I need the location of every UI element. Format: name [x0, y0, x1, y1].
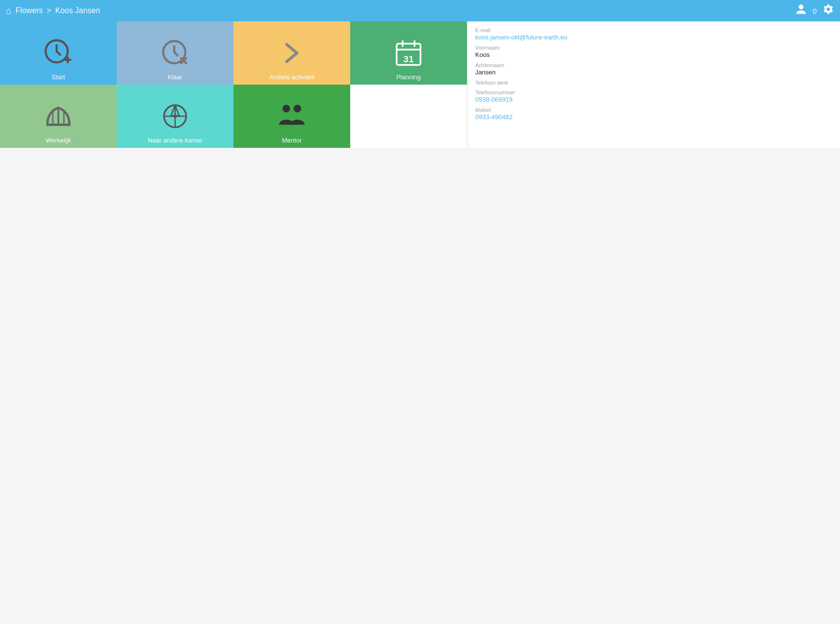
header-actions: 0	[795, 3, 834, 18]
svg-line-7	[174, 52, 178, 55]
tile-planning[interactable]: 31 Planning	[350, 21, 467, 85]
tiles-grid: Start Klaar Andere activiteit	[0, 21, 467, 148]
tile-planning-label: Planning	[350, 73, 467, 81]
info-panel: E-mail koos.jansen-old@future-earth.eu V…	[467, 21, 840, 148]
achternaam-label: Achternaam	[475, 62, 832, 68]
tile-andere-activiteit[interactable]: Andere activiteit	[233, 21, 350, 85]
tile-start-label: Start	[0, 73, 117, 81]
app-header: ⌂ Flowers > Koos Jansen 0	[0, 0, 840, 21]
tile-klaar[interactable]: Klaar	[117, 21, 233, 85]
voornaam-label: Voornaam	[475, 45, 832, 51]
tile-mentor[interactable]: Mentor	[233, 85, 350, 148]
home-icon[interactable]: ⌂	[6, 5, 12, 17]
tile-start[interactable]: Start	[0, 21, 117, 85]
app-name[interactable]: Flowers	[16, 6, 43, 15]
svg-point-24	[294, 105, 302, 112]
voornaam-value: Koos	[475, 51, 832, 58]
svg-point-23	[283, 105, 290, 112]
achternaam-value: Jansen	[475, 69, 832, 76]
mobiel-value[interactable]: 0933-490482	[475, 113, 832, 121]
email-label: E-mail	[475, 27, 832, 33]
settings-icon[interactable]	[822, 3, 834, 18]
tile-werkelijk[interactable]: Werkelijk	[0, 85, 117, 148]
mobiel-label: Mobiel	[475, 107, 832, 113]
tile-werkelijk-label: Werkelijk	[0, 137, 117, 144]
tile-naar-andere-kamer[interactable]: Naar andere kamer	[117, 85, 233, 148]
empty-cell	[350, 85, 467, 148]
telefoonnummer-value[interactable]: 0938-069919	[475, 96, 832, 103]
account-icon[interactable]	[795, 3, 807, 18]
tile-naar-andere-kamer-label: Naar andere kamer	[117, 137, 233, 144]
tile-klaar-label: Klaar	[117, 73, 233, 81]
telefoonnummer-label: Telefoonnummer	[475, 89, 832, 95]
breadcrumb-user: Koos Jansen	[55, 6, 100, 15]
email-value[interactable]: koos.jansen-old@future-earth.eu	[475, 34, 832, 41]
tile-mentor-label: Mentor	[233, 137, 350, 144]
tile-andere-activiteit-label: Andere activiteit	[233, 73, 350, 81]
svg-line-2	[57, 52, 60, 55]
breadcrumb-separator: >	[47, 6, 51, 15]
svg-text:31: 31	[403, 54, 414, 64]
notification-badge: 0	[813, 7, 817, 15]
telefoon-werk-label: Telefoon werk	[475, 80, 832, 86]
main-content: Start Klaar Andere activiteit	[0, 21, 840, 148]
